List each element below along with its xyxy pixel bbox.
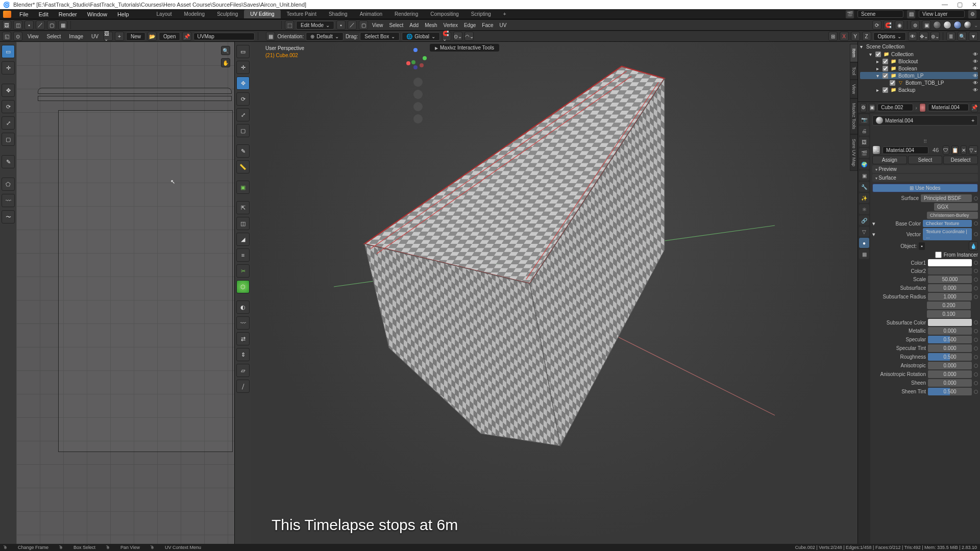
add-cube-tool-icon[interactable]: ▣ [236,181,250,194]
socket-dot-icon[interactable] [974,196,978,201]
uv-sync-icon[interactable]: ◫ [13,20,22,30]
move-tool-icon[interactable]: ✥ [2,84,15,97]
annotate-3d-tool-icon[interactable]: ✎ [236,144,250,158]
folder-icon[interactable]: 📂 [148,32,157,41]
shading-dropdown-icon[interactable]: ⌄ [974,22,978,28]
render-shading-icon[interactable] [964,21,972,29]
surface-value[interactable]: Principled BSDF [921,194,972,202]
tab-tool[interactable]: Tool [850,62,857,80]
tab-texture-paint[interactable]: Texture Paint [281,10,323,18]
socket-dot-icon[interactable] [974,232,978,236]
face-mode-icon[interactable]: ▢ [359,20,368,30]
tab-maxivz[interactable]: Maxivz Tools [850,98,857,134]
3d-menu-uv[interactable]: UV [498,22,509,28]
vert-mode-icon[interactable]: ▪ [336,20,346,30]
solid-shading-icon[interactable] [943,21,951,29]
mesh-tab-icon[interactable]: ▽ [859,227,869,237]
color-swatch[interactable] [928,259,972,266]
options-dropdown[interactable]: Options ⌄ [873,32,906,41]
image-browse-icon[interactable]: 🖼⌄ [104,32,113,41]
fake-user-icon[interactable]: 🛡 [943,145,949,155]
scene-icon[interactable]: 🎬 [845,10,854,19]
numeric-field[interactable]: 0.500 [928,353,972,361]
visibility-icon[interactable]: 👁 [908,32,917,41]
gizmo-icon[interactable]: ✥⌄ [919,32,928,41]
persp-nav-icon[interactable] [413,114,423,123]
move-3d-tool-icon[interactable]: ✥ [236,77,250,90]
unlink-mat-icon[interactable]: ✕ [961,145,967,155]
socket-dot-icon[interactable] [974,346,978,350]
output-tab-icon[interactable]: 🖨 [859,126,869,136]
uv-edge-select-icon[interactable]: ／ [36,20,45,30]
uv-menu-view[interactable]: View [24,34,42,39]
socket-dot-icon[interactable] [974,278,978,282]
uv-menu-select[interactable]: Select [44,34,64,39]
socket-dot-icon[interactable] [974,364,978,368]
select-box-tool-icon[interactable]: ▭ [2,45,15,58]
socket-dot-icon[interactable] [974,381,978,385]
proportional-curve-icon[interactable]: ◠⌄ [464,32,474,41]
menu-help[interactable]: Help [113,10,133,18]
vector-value[interactable]: Texture Coordinate | ... [923,228,972,240]
tab-add[interactable]: + [497,10,512,18]
object-tab-icon[interactable]: ▣ [859,170,869,181]
pin-prop-icon[interactable]: 📌 [971,103,978,112]
bevel-tool-icon[interactable]: ◢ [236,233,250,246]
physics-tab-icon[interactable]: ⚛ [859,204,869,214]
outliner[interactable]: ▾Scene Collection ▾📁Collection👁▸📁Blockou… [858,42,980,102]
polybuild-tool-icon[interactable]: ⬡ [236,280,250,293]
eyedropper-icon[interactable]: 💧 [969,241,978,251]
y-mirror-icon[interactable]: Y [851,32,860,41]
socket-dot-icon[interactable] [974,390,978,394]
tab-uv-editing[interactable]: UV Editing [244,10,280,18]
numeric-field[interactable]: 0.200 [927,302,971,309]
numeric-field[interactable]: 1.000 [928,293,972,300]
smooth-3d-tool-icon[interactable]: 〰 [236,316,250,330]
spin-tool-icon[interactable]: ◐ [236,300,250,314]
shear-tool-icon[interactable]: ▱ [236,364,250,377]
magnet-icon[interactable]: 🧲 [884,20,893,30]
3d-menu-mesh[interactable]: Mesh [423,22,439,28]
3d-editor-type-icon[interactable]: ⬚ [285,20,294,30]
outliner-row[interactable]: ▾📁Collection👁 [860,51,978,58]
3d-menu-view[interactable]: View [370,22,385,28]
socket-dot-icon[interactable] [974,320,978,324]
tab-scripting[interactable]: Scripting [465,10,497,18]
minimize-icon[interactable]: — [942,1,948,8]
wire-shading-icon[interactable] [933,21,941,29]
uvmap-field[interactable]: UVMap [193,33,255,40]
material-users-label[interactable]: 46 [930,147,941,153]
zoom-nav-icon[interactable] [413,78,423,87]
measure-tool-icon[interactable]: 📏 [236,160,250,173]
loopcut-tool-icon[interactable]: ≡ [236,248,250,262]
drag-dropdown[interactable]: Select Box ⌄ [360,32,400,41]
inset-tool-icon[interactable]: ◫ [236,217,250,230]
overlays-icon[interactable]: ⊚⌄ [930,32,940,41]
pivot-corner-icon[interactable]: ◱ [2,32,11,41]
snap-target-icon[interactable]: ⊙⌄ [453,32,462,41]
crumb-object[interactable]: Cube.002 [877,104,913,111]
menu-file[interactable]: File [15,10,33,18]
transform-3d-tool-icon[interactable]: ▢ [236,124,250,137]
close-icon[interactable]: ✕ [972,1,977,8]
uv-face-select-icon[interactable]: ▢ [47,20,56,30]
constraint-tab-icon[interactable]: 🔗 [859,215,869,226]
rip-tool-icon[interactable]: ⧸ [236,380,250,393]
viewport-canvas[interactable]: User Perspective (21) Cube.002 Maxivz In… [251,42,857,544]
uv-canvas[interactable]: 🔍 ✋ ↖ [16,42,234,544]
pin-icon[interactable]: 📌 [182,32,191,41]
socket-dot-icon[interactable] [974,355,978,359]
socket-dot-icon[interactable] [974,372,978,377]
socket-dot-icon[interactable] [974,329,978,333]
maxivz-tag[interactable]: Maxivz Interactive Tools [430,44,499,52]
view-layer-field[interactable]: View Layer [919,10,965,18]
outliner-row[interactable]: ▽Bottom_TOB_LP👁 [860,79,978,86]
numeric-field[interactable]: 0.000 [928,362,972,369]
extrude-tool-icon[interactable]: ⇱ [236,201,250,214]
3d-menu-select[interactable]: Select [387,22,406,28]
orientation-dropdown[interactable]: ⊕ Default ⌄ [306,32,344,41]
tab-layout[interactable]: Layout [151,10,178,18]
uv-menu-image[interactable]: Image [66,34,86,39]
outliner-row[interactable]: ▸📁Backup👁 [860,86,978,93]
snap-icon[interactable]: 🧲⌄ [442,32,451,41]
